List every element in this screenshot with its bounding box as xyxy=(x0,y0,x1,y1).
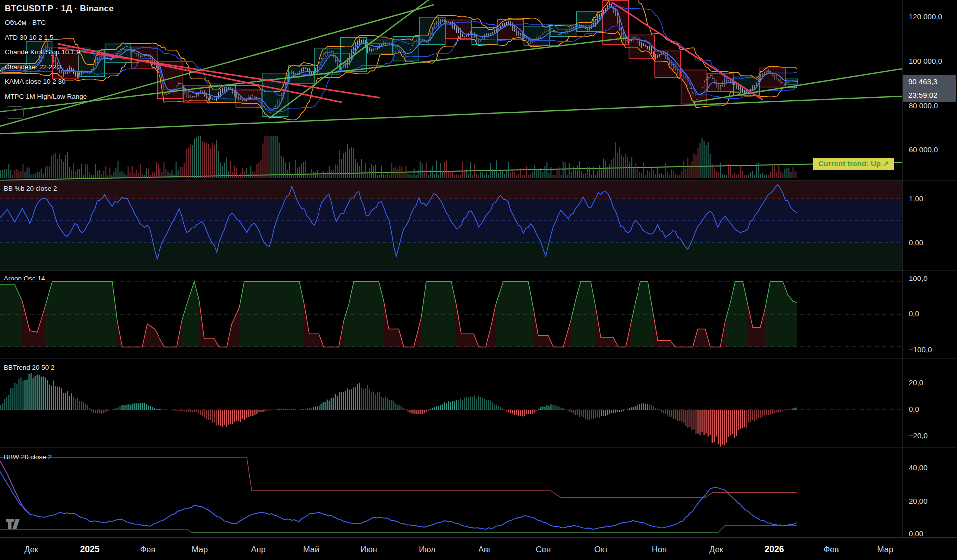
chart-canvas[interactable] xyxy=(0,0,957,560)
trading-terminal: BTCUSDT.P · 1Д · Binance Объём · BTC ATD… xyxy=(0,0,957,560)
